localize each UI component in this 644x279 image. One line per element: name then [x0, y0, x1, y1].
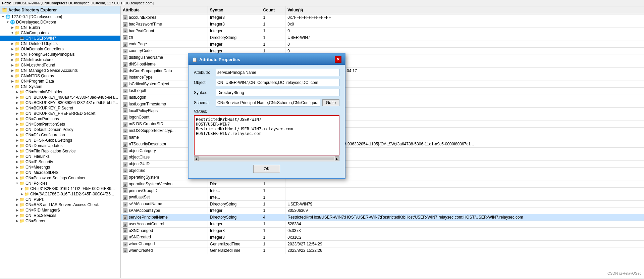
- tree-toggle-ras-ias[interactable]: ▶: [15, 203, 19, 206]
- tree-toggle-cn-server[interactable]: ▶: [15, 219, 19, 223]
- sidebar-item-dfs-config[interactable]: ▶📁CN=Dfs-Configuration: [0, 132, 120, 138]
- sidebar-item-psps[interactable]: ▶📁CN=PSPs: [0, 197, 120, 202]
- object-field-input[interactable]: [216, 79, 339, 86]
- sidebar-item-userwin7[interactable]: 💻CN=USER-WIN7: [0, 36, 120, 41]
- tree-toggle-ip-security[interactable]: ▶: [15, 160, 19, 164]
- syntax-field-input[interactable]: [216, 89, 339, 96]
- tree-toggle-system[interactable]: ▼: [10, 85, 15, 88]
- sidebar-item-rid-manager[interactable]: ▶📁CN=RID Manager$: [0, 207, 120, 213]
- sidebar-item-policy1[interactable]: ▶📁CN={31B2F340-016D-11D2-945F-00C04FB9..…: [0, 186, 120, 191]
- sidebar-item-dfsr-globalset[interactable]: ▶📁CN=DFSR-GlobalSettings: [0, 138, 120, 143]
- scroll-right-btn[interactable]: ▶: [335, 156, 339, 161]
- tree-toggle-bckupkey-pref[interactable]: ▶: [15, 112, 19, 115]
- sidebar-item-managed-sa[interactable]: ▶📁CN=Managed Service Accounts: [0, 68, 120, 73]
- sidebar-item-meetings[interactable]: ▶📁CN=Meetings: [0, 165, 120, 170]
- tree-toggle-lost-found[interactable]: ▶: [10, 63, 15, 67]
- tree-toggle-compartitions[interactable]: ▶: [15, 117, 19, 121]
- tree-toggle-bckupkey2[interactable]: ▶: [15, 101, 19, 104]
- table-row[interactable]: aservicePrincipalNameDirectoryString4Res…: [121, 214, 644, 221]
- table-row[interactable]: awhenChangedGeneralizedTime12023/8/27 12…: [121, 241, 644, 247]
- tree-toggle-infrastructure[interactable]: ▶: [10, 58, 15, 61]
- tree-toggle-password-sc[interactable]: ▶: [15, 176, 19, 180]
- table-row[interactable]: auserAccountControlInteger1528384: [121, 221, 644, 227]
- attribute-field-input[interactable]: [216, 69, 339, 76]
- sidebar-item-password-sc[interactable]: ▶📁CN=Password Settings Container: [0, 175, 120, 181]
- sidebar-item-policy2[interactable]: ▶📁CN={6AC1786C-016F-11D2-945F-00C04fB5..…: [0, 191, 120, 197]
- sidebar-item-rpc-services[interactable]: ▶📁CN=RpcServices: [0, 213, 120, 218]
- sidebar-item-microsoftdns[interactable]: ▶📁CN=MicrosoftDNS: [0, 170, 120, 175]
- sidebar[interactable]: 🗂️ Active Directory Explorer ▼🌐127.0.0.1…: [0, 6, 121, 278]
- tree-toggle-rid-manager[interactable]: ▶: [15, 208, 19, 212]
- ok-button[interactable]: OK: [253, 165, 280, 173]
- table-row[interactable]: aaccountExpiresInteger810x7FFFFFFFFFFFFF…: [121, 14, 644, 21]
- sidebar-item-ip-security[interactable]: ▶📁CN=IP Security: [0, 159, 120, 165]
- tree-toggle-default-domain-policy[interactable]: ▶: [15, 128, 19, 131]
- sidebar-item-dc[interactable]: ▼🌐DC=relaysec,DC=com: [0, 19, 120, 25]
- sidebar-item-filelinks[interactable]: ▶📁CN=FileLinks: [0, 154, 120, 159]
- table-row[interactable]: asAMAccountTypeInteger1805306369: [121, 207, 644, 214]
- tree-toggle-adminsdholder[interactable]: ▶: [15, 90, 19, 94]
- schema-field-input[interactable]: [216, 99, 320, 106]
- tree-toggle-foreign-sp[interactable]: ▶: [10, 53, 15, 56]
- sidebar-item-file-rep-svc[interactable]: ▶📁CN=File Replication Service: [0, 148, 120, 154]
- tree-toggle-dc[interactable]: ▼: [5, 20, 10, 24]
- table-row[interactable]: aprimaryGroupIDInte...1: [121, 187, 644, 194]
- sidebar-item-ntds-quotas[interactable]: ▶📁CN=NTDS Quotas: [0, 73, 120, 79]
- tree-toggle-policy2[interactable]: ▶: [19, 192, 24, 196]
- tree-toggle-meetings[interactable]: ▶: [15, 166, 19, 169]
- sidebar-item-compartitions[interactable]: ▶📁CN=ComPartitions: [0, 116, 120, 122]
- table-row[interactable]: asAMAccountNameDirectoryString1USER-WIN7…: [121, 201, 644, 207]
- tree-toggle-builtin[interactable]: ▶: [10, 26, 15, 29]
- attribute-properties-dialog[interactable]: 📋 Attribute Properties ✕ Attribute: Obje…: [188, 53, 345, 179]
- table-row[interactable]: acodePageInteger10: [121, 41, 644, 48]
- sidebar-item-computers[interactable]: ▼📁CN=Computers: [0, 30, 120, 36]
- sidebar-item-root[interactable]: ▼🌐127.0.0.1 [DC.relaysec.com]: [0, 14, 120, 19]
- sidebar-item-bckupkey2[interactable]: ▶📁CN=BCKUPKEY_83039066-f332-431e-9db5-bb…: [0, 100, 120, 105]
- tree-toggle-bckupkey1[interactable]: ▶: [15, 96, 19, 99]
- sidebar-item-domain-updates[interactable]: ▶📁CN=DomainUpdates: [0, 143, 120, 148]
- table-row[interactable]: auSNChangedInteger810x3373: [121, 227, 644, 234]
- sidebar-item-builtin[interactable]: ▶📁CN=Builtin: [0, 25, 120, 30]
- tree-toggle-compartitionsets[interactable]: ▶: [15, 123, 19, 126]
- tree-toggle-file-rep-svc[interactable]: ▶: [15, 149, 19, 153]
- sidebar-item-domain-controllers[interactable]: ▶📁OU=Domain Controllers: [0, 46, 120, 52]
- scroll-left-btn[interactable]: ◀: [194, 156, 199, 161]
- tree-toggle-bckupkey-p[interactable]: ▶: [15, 106, 19, 110]
- sidebar-item-bckupkey-pref[interactable]: ▶📁CN=BCKUPKEY_PREFERRED Secret: [0, 111, 120, 116]
- sidebar-item-bckupkey1[interactable]: ▶📁CN=BCKUPKEY_490a8754-6380-48ad-948b-8e…: [0, 95, 120, 100]
- sidebar-item-lost-found[interactable]: ▶📁CN=LostAndFound: [0, 62, 120, 68]
- tree-toggle-policy1[interactable]: ▶: [19, 187, 24, 190]
- sidebar-item-compartitionsets[interactable]: ▶📁CN=ComPartitionSets: [0, 122, 120, 127]
- table-row[interactable]: abadPwdCountInteger10: [121, 28, 644, 34]
- table-row[interactable]: apwdLastSetInte...1: [121, 194, 644, 201]
- tree-toggle-root[interactable]: ▼: [1, 15, 5, 18]
- table-row[interactable]: awhenCreatedGeneralizedTime12023/8/22 15…: [121, 247, 644, 254]
- sidebar-item-default-domain-policy[interactable]: ▶📁CN=Default Domain Policy: [0, 127, 120, 132]
- tree-toggle-filelinks[interactable]: ▶: [15, 155, 19, 158]
- sidebar-item-infrastructure[interactable]: ▶📁CN=Infrastructure: [0, 57, 120, 62]
- tree-toggle-domain-updates[interactable]: ▶: [15, 144, 19, 147]
- tree-toggle-policies[interactable]: ▼: [15, 182, 19, 185]
- sidebar-item-bckupkey-p[interactable]: ▶📁CN=BCKUPKEY_P Secret: [0, 105, 120, 111]
- sidebar-item-policies[interactable]: ▼📁CN=Policies: [0, 181, 120, 186]
- sidebar-item-system[interactable]: ▼📁CN=System: [0, 84, 120, 89]
- tree-toggle-rpc-services[interactable]: ▶: [15, 214, 19, 217]
- table-row[interactable]: aoperatingSystemVersionDire...1: [121, 181, 644, 187]
- tree-toggle-deleted[interactable]: ▶: [10, 42, 15, 45]
- values-box[interactable]: RestrictedKrbHost/USER-WIN7 HOST/USER-WI…: [194, 115, 339, 155]
- tree-toggle-program-data[interactable]: ▶: [10, 80, 15, 83]
- table-row[interactable]: abadPasswordTimeInteger810x0: [121, 21, 644, 28]
- sidebar-item-adminsdholder[interactable]: ▶📁CN=AdminSDHolder: [0, 89, 120, 95]
- goto-button[interactable]: Go to: [322, 99, 339, 106]
- sidebar-tree[interactable]: ▼🌐127.0.0.1 [DC.relaysec.com]▼🌐DC=relays…: [0, 14, 120, 224]
- dialog-close-button[interactable]: ✕: [335, 56, 341, 63]
- table-row[interactable]: acnDirectoryString1USER-WIN7: [121, 34, 644, 41]
- tree-toggle-dfsr-globalset[interactable]: ▶: [15, 139, 19, 142]
- tree-toggle-dfs-config[interactable]: ▶: [15, 133, 19, 137]
- tree-toggle-microsoftdns[interactable]: ▶: [15, 171, 19, 174]
- tree-toggle-computers[interactable]: ▼: [10, 31, 15, 35]
- sidebar-item-foreign-sp[interactable]: ▶📁CN=ForeignSecurityPrincipals: [0, 52, 120, 57]
- tree-toggle-psps[interactable]: ▶: [15, 198, 19, 201]
- sidebar-item-program-data[interactable]: ▶📁CN=Program Data: [0, 79, 120, 84]
- tree-toggle-managed-sa[interactable]: ▶: [10, 69, 15, 72]
